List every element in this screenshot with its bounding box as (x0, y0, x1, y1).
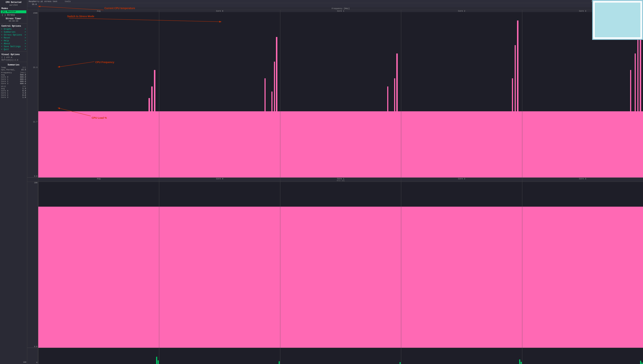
temp-value-row: 35.0 (27, 3, 643, 6)
freq-avg-key: Avg (1, 74, 5, 76)
temp-35: 35.0 (27, 3, 38, 6)
temp-unit: [C] (22, 66, 26, 69)
freq-core3-fill (522, 111, 643, 178)
menu-item-stress-options[interactable]: < Stress Options > (0, 34, 27, 36)
freq-core2-spike1 (517, 20, 518, 111)
freq-core0-spike3 (271, 92, 273, 111)
menu-item-save-settings[interactable]: < Save Settings > (0, 45, 27, 48)
menu-item-help[interactable]: < Help > (0, 39, 27, 42)
util-core-avg: Avg (38, 178, 159, 182)
util-chart-body: 100 0.0 (27, 182, 643, 348)
util-y-top: 100 (27, 182, 37, 184)
util-core0-key: Core 0 (1, 90, 8, 92)
freq-core1-fill (280, 111, 401, 178)
bottom-panel-core2 (401, 348, 522, 364)
util-avg-fill (38, 207, 159, 348)
freq-core1-spike1 (396, 54, 398, 111)
green-bar-4 (399, 362, 401, 364)
sidebar: CPU Detected aarch64 Modes [X] Monitor (… (0, 0, 27, 364)
util-unit: [%] (22, 86, 26, 88)
util-core-0: Core 0 (159, 178, 280, 182)
freq-header-label: Frequency [MHz] (38, 7, 643, 10)
control-options-label: Control Options (0, 24, 27, 28)
temp-key: Temp (1, 66, 6, 69)
util-panels (38, 182, 643, 348)
util-core1-key: Core 1 (1, 92, 8, 94)
freq-core3-spike4 (630, 70, 631, 111)
freq-core-1: Core 1 (280, 10, 401, 12)
freq-header-row: Frequency [MHz] (27, 7, 643, 10)
visual-option-utf8[interactable]: [ ] UTF-8 (0, 56, 27, 59)
freq-y-low: 11.7 (27, 121, 37, 123)
freq-y-top: 1500 (27, 12, 37, 14)
freq-panels (38, 12, 643, 178)
mode-monitor[interactable]: [X] Monitor (1, 10, 26, 13)
topbar-tools: tools (65, 0, 71, 2)
menu-item-reset[interactable]: < Reset > (0, 36, 27, 39)
cpu-arch: aarch64 (0, 4, 27, 7)
y-axis-100: 100 (0, 361, 27, 363)
freq-panel-avg (38, 12, 159, 178)
util-core-headers: Avg Core 0 Core 1 Util [%] Core 2 Core 3 (27, 178, 643, 182)
freq-y-zero: 0.0 (27, 175, 37, 177)
freq-spike-3 (148, 98, 150, 111)
freq-avg-fill (38, 111, 159, 178)
topbar: Raspberry pi stress test tools Temp [C] … (27, 0, 643, 3)
frequency-section: Frequency [MHz] Avg Core 0 Core 1 Core 2… (27, 7, 643, 178)
freq-unit: [MHz] (20, 72, 26, 74)
util-core-2: Core 2 (401, 178, 522, 182)
freq-spacer (27, 7, 38, 10)
freq-core0-spike1 (276, 37, 277, 111)
util-core3-fill (522, 207, 643, 348)
util-core0-val: 0.0 (22, 90, 26, 92)
stress-timer-value: 00:00:00 (0, 20, 27, 23)
util-y-spacer (27, 178, 38, 182)
freq-core-2: Core 2 (401, 10, 522, 12)
menu-item-about[interactable]: < About > (0, 42, 27, 45)
freq-core3-val: 600.0 (20, 82, 26, 85)
green-bar-1 (156, 357, 157, 364)
cpu-thermal-val: 33.6 (21, 69, 26, 71)
freq-core1-val: 600.0 (20, 78, 26, 80)
cpu-thermal-key: Cpu_Thermal, (1, 69, 16, 71)
freq-core-0: Core 0 (159, 10, 280, 12)
freq-core0-key: Core 0 (1, 76, 8, 78)
bottom-panel-core1 (280, 348, 401, 364)
menu-item-summaries[interactable]: < Summaries > (0, 31, 27, 34)
modes-label: Modes (0, 7, 27, 10)
menu-item-quit[interactable]: < Quit > (0, 48, 27, 51)
main-area: Raspberry pi stress test Install require… (27, 0, 643, 364)
util-avg-val: 1.4 (22, 88, 26, 90)
freq-core1-spike3 (387, 86, 388, 111)
visual-options-label: Visual Options (0, 52, 27, 56)
charts-area: Frequency [MHz] Avg Core 0 Core 1 Core 2… (27, 7, 643, 364)
bottom-panel-avg (38, 348, 159, 364)
util-section: Avg Core 0 Core 1 Util [%] Core 2 Core 3… (27, 178, 643, 348)
util-core2-fill (401, 207, 522, 348)
util-panel-avg (38, 182, 159, 348)
green-bar-5 (519, 360, 520, 364)
summary-temp-section: Temp [C] Cpu_Thermal, 33.6 Frequency [MH… (0, 66, 27, 98)
mode-stress[interactable]: ( ) Stress (1, 14, 26, 16)
freq-label: Frequency (1, 72, 12, 74)
util-panel-core3 (522, 182, 643, 348)
freq-core3-spike3 (635, 54, 636, 111)
topbar-title: Raspberry pi stress test (29, 0, 57, 2)
bottom-panel-core0 (159, 348, 280, 364)
freq-y-mid: 23.3 (27, 66, 37, 68)
bottom-panel-core3 (522, 348, 643, 364)
util-label: Util (1, 86, 6, 88)
util-avg-key: Avg (1, 88, 5, 90)
util-y-mid: 0.0 (27, 346, 37, 348)
util-panel-core1 (280, 182, 401, 348)
freq-spike-2 (151, 86, 153, 111)
util-core0-fill (159, 207, 280, 348)
green-bar-8 (641, 362, 643, 364)
util-core-3: Core 3 (522, 178, 643, 182)
bottom-y-zero: 0 (27, 348, 38, 364)
util-core3-key: Core 3 (1, 96, 8, 98)
stress-timer-label: Stress Timer (0, 17, 27, 20)
freq-chart-body: 1500 23.3 11.7 0.0 (27, 12, 643, 178)
freq-core0-spike4 (265, 78, 266, 111)
menu-item-graphs[interactable]: < Graphs > (0, 28, 27, 31)
